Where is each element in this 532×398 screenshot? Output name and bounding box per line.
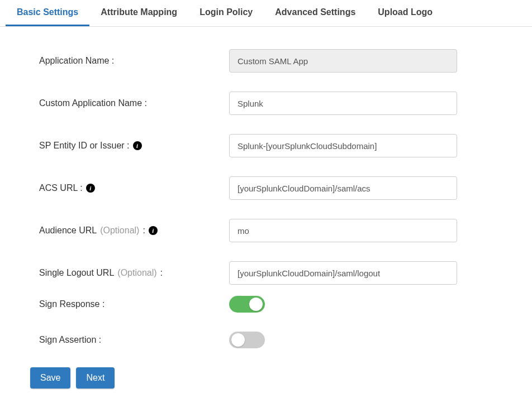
tab-upload-logo[interactable]: Upload Logo — [367, 0, 444, 26]
label-application-name: Application Name : — [39, 56, 229, 66]
label-sp-entity-id-text: SP Entity ID or Issuer : — [39, 141, 130, 151]
label-audience-url: Audience URL (Optional) : i — [39, 226, 229, 236]
toggle-sign-response[interactable] — [229, 296, 265, 313]
tab-attribute-mapping[interactable]: Attribute Mapping — [89, 0, 188, 26]
toggle-knob — [249, 298, 263, 311]
info-icon[interactable]: i — [149, 226, 158, 235]
row-sign-response: Sign Response : — [39, 296, 526, 313]
label-custom-application-name: Custom Application Name : — [39, 98, 229, 108]
label-acs-url-text: ACS URL : — [39, 183, 83, 193]
row-sp-entity-id: SP Entity ID or Issuer : i — [39, 134, 526, 157]
row-audience-url: Audience URL (Optional) : i — [39, 219, 526, 242]
form-area: Application Name : Custom Application Na… — [0, 27, 532, 398]
tab-advanced-settings[interactable]: Advanced Settings — [264, 0, 367, 26]
info-icon[interactable]: i — [133, 141, 142, 150]
toggle-knob — [231, 333, 245, 347]
label-sign-assertion: Sign Assertion : — [39, 335, 229, 345]
label-audience-url-optional: (Optional) — [100, 226, 139, 236]
tab-basic-settings[interactable]: Basic Settings — [6, 0, 89, 26]
label-slo-optional: (Optional) — [117, 268, 156, 278]
next-button[interactable]: Next — [76, 367, 115, 389]
row-custom-application-name: Custom Application Name : — [39, 92, 526, 115]
save-button[interactable]: Save — [30, 367, 70, 389]
input-sp-entity-id[interactable] — [229, 134, 457, 157]
input-custom-application-name[interactable] — [229, 92, 457, 115]
row-application-name: Application Name : — [39, 49, 526, 73]
button-row: Save Next — [30, 367, 526, 389]
tabs-bar: Basic Settings Attribute Mapping Login P… — [0, 0, 532, 27]
input-acs-url[interactable] — [229, 176, 457, 200]
label-audience-url-post: : — [142, 226, 145, 236]
row-acs-url: ACS URL : i — [39, 176, 526, 200]
row-sign-assertion: Sign Assertion : — [39, 332, 526, 348]
label-sp-entity-id: SP Entity ID or Issuer : i — [39, 141, 229, 151]
tab-login-policy[interactable]: Login Policy — [188, 0, 264, 26]
toggle-sign-assertion[interactable] — [229, 332, 265, 348]
label-sign-response: Sign Response : — [39, 299, 229, 309]
input-audience-url[interactable] — [229, 219, 457, 242]
info-icon[interactable]: i — [86, 184, 95, 193]
label-slo-post: : — [160, 268, 163, 278]
label-single-logout-url: Single Logout URL (Optional) : — [39, 268, 229, 278]
input-application-name — [229, 49, 457, 73]
input-single-logout-url[interactable] — [229, 261, 457, 285]
label-slo-pre: Single Logout URL — [39, 268, 114, 278]
label-acs-url: ACS URL : i — [39, 183, 229, 193]
label-audience-url-pre: Audience URL — [39, 226, 97, 236]
row-single-logout-url: Single Logout URL (Optional) : — [39, 261, 526, 285]
